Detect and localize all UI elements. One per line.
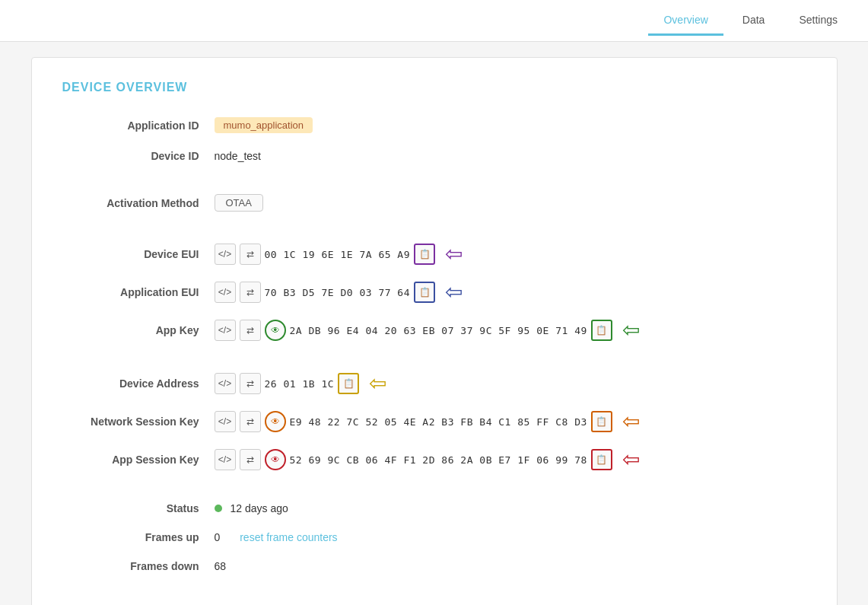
tab-overview[interactable]: Overview xyxy=(648,6,723,36)
application-eui-value: </> ⇄ 70 B3 D5 7E D0 03 77 64 📋 ⇦ xyxy=(215,282,463,303)
device-address-value: </> ⇄ 26 01 1B 1C 📋 ⇦ xyxy=(215,373,387,394)
application-eui-row: Application EUI </> ⇄ 70 B3 D5 7E D0 03 … xyxy=(62,282,806,303)
network-session-key-label: Network Session Key xyxy=(62,416,215,428)
device-address-arrow: ⇦ xyxy=(369,373,386,394)
app-key-arrow: ⇦ xyxy=(622,320,640,341)
app-session-key-code-button[interactable]: </> xyxy=(215,449,236,470)
application-eui-code-button[interactable]: </> xyxy=(215,282,236,303)
app-key-text: 2A DB 96 E4 04 20 63 EB 07 37 9C 5F 95 0… xyxy=(290,325,587,336)
activation-method-value: OTAA xyxy=(215,194,263,212)
device-id-row: Device ID node_test xyxy=(62,150,806,162)
app-key-copy-button[interactable]: 📋 xyxy=(591,320,612,341)
section-title: DEVICE OVERVIEW xyxy=(62,81,806,94)
app-session-key-swap-button[interactable]: ⇄ xyxy=(240,449,261,470)
frames-up-value: 0 reset frame counters xyxy=(215,531,338,543)
network-session-key-arrow: ⇦ xyxy=(622,411,640,432)
main-content: DEVICE OVERVIEW Application ID mumo_appl… xyxy=(16,42,853,605)
device-overview-card: DEVICE OVERVIEW Application ID mumo_appl… xyxy=(31,57,838,605)
device-address-label: Device Address xyxy=(62,377,215,390)
network-session-key-text: E9 48 22 7C 52 05 4E A2 B3 FB B4 C1 85 F… xyxy=(290,416,587,428)
application-eui-swap-button[interactable]: ⇄ xyxy=(240,282,261,303)
network-session-key-swap-button[interactable]: ⇄ xyxy=(240,411,261,432)
activation-method-label: Activation Method xyxy=(62,197,215,209)
app-session-key-value: </> ⇄ 👁 52 69 9C CB 06 4F F1 2D 86 2A 0B… xyxy=(215,449,640,470)
network-session-key-code-button[interactable]: </> xyxy=(215,411,236,432)
device-id-value: node_test xyxy=(215,150,262,162)
network-session-key-copy-button[interactable]: 📋 xyxy=(591,411,612,432)
device-eui-label: Device EUI xyxy=(62,248,215,260)
application-id-label: Application ID xyxy=(62,119,215,132)
app-key-row: App Key </> ⇄ 👁 2A DB 96 E4 04 20 63 EB … xyxy=(62,320,806,341)
top-navigation: Overview Data Settings xyxy=(0,0,868,42)
application-eui-copy-button[interactable]: 📋 xyxy=(414,282,435,303)
application-id-row: Application ID mumo_application xyxy=(62,117,806,133)
device-address-copy-button[interactable]: 📋 xyxy=(338,373,359,394)
frames-down-count: 68 xyxy=(215,560,227,572)
app-key-code-button[interactable]: </> xyxy=(215,320,236,341)
status-dot xyxy=(215,505,222,512)
network-session-key-value: </> ⇄ 👁 E9 48 22 7C 52 05 4E A2 B3 FB B4… xyxy=(215,411,640,432)
device-address-code-button[interactable]: </> xyxy=(215,373,236,394)
device-eui-code-button[interactable]: </> xyxy=(215,244,236,265)
device-id-label: Device ID xyxy=(62,150,215,162)
device-eui-value: </> ⇄ 00 1C 19 6E 1E 7A 65 A9 📋 ⇦ xyxy=(215,244,463,265)
application-eui-label: Application EUI xyxy=(62,286,215,298)
app-key-label: App Key xyxy=(62,324,215,336)
app-key-value: </> ⇄ 👁 2A DB 96 E4 04 20 63 EB 07 37 9C… xyxy=(215,320,640,341)
device-address-swap-button[interactable]: ⇄ xyxy=(240,373,261,394)
app-session-key-copy-button[interactable]: 📋 xyxy=(591,449,612,470)
app-key-swap-button[interactable]: ⇄ xyxy=(240,320,261,341)
device-address-text: 26 01 1B 1C xyxy=(265,378,335,390)
network-session-key-row: Network Session Key </> ⇄ 👁 E9 48 22 7C … xyxy=(62,411,806,432)
reset-frame-counters-link[interactable]: reset frame counters xyxy=(240,531,337,543)
frames-down-label: Frames down xyxy=(62,560,215,572)
device-id-text: node_test xyxy=(215,150,262,162)
frames-up-count: 0 xyxy=(215,531,221,543)
application-eui-arrow: ⇦ xyxy=(445,282,463,303)
otaa-badge: OTAA xyxy=(215,194,263,212)
status-text: 12 days ago xyxy=(231,502,288,514)
app-session-key-text: 52 69 9C CB 06 4F F1 2D 86 2A 0B E7 1F 0… xyxy=(290,454,587,466)
device-eui-text: 00 1C 19 6E 1E 7A 65 A9 xyxy=(265,249,411,260)
app-session-key-label: App Session Key xyxy=(62,454,215,466)
status-row: Status 12 days ago xyxy=(62,502,806,514)
device-eui-swap-button[interactable]: ⇄ xyxy=(240,244,261,265)
application-eui-text: 70 B3 D5 7E D0 03 77 64 xyxy=(265,287,411,298)
frames-down-row: Frames down 68 xyxy=(62,560,806,572)
network-session-key-eye-button[interactable]: 👁 xyxy=(265,411,286,432)
app-session-key-arrow: ⇦ xyxy=(622,449,640,470)
application-id-value: mumo_application xyxy=(215,117,313,133)
status-value: 12 days ago xyxy=(215,502,288,514)
device-address-row: Device Address </> ⇄ 26 01 1B 1C 📋 ⇦ xyxy=(62,373,806,394)
status-label: Status xyxy=(62,502,215,514)
frames-up-row: Frames up 0 reset frame counters xyxy=(62,531,806,543)
tab-settings[interactable]: Settings xyxy=(784,6,853,36)
device-eui-arrow: ⇦ xyxy=(445,244,463,265)
activation-method-row: Activation Method OTAA xyxy=(62,194,806,212)
device-eui-copy-button[interactable]: 📋 xyxy=(414,244,435,265)
application-id-badge: mumo_application xyxy=(215,117,313,133)
frames-down-value: 68 xyxy=(215,560,227,572)
frames-up-label: Frames up xyxy=(62,531,215,543)
device-eui-row: Device EUI </> ⇄ 00 1C 19 6E 1E 7A 65 A9… xyxy=(62,244,806,265)
tab-data[interactable]: Data xyxy=(727,6,781,36)
app-key-eye-button[interactable]: 👁 xyxy=(265,320,286,341)
app-session-key-row: App Session Key </> ⇄ 👁 52 69 9C CB 06 4… xyxy=(62,449,806,470)
app-session-key-eye-button[interactable]: 👁 xyxy=(265,449,286,470)
